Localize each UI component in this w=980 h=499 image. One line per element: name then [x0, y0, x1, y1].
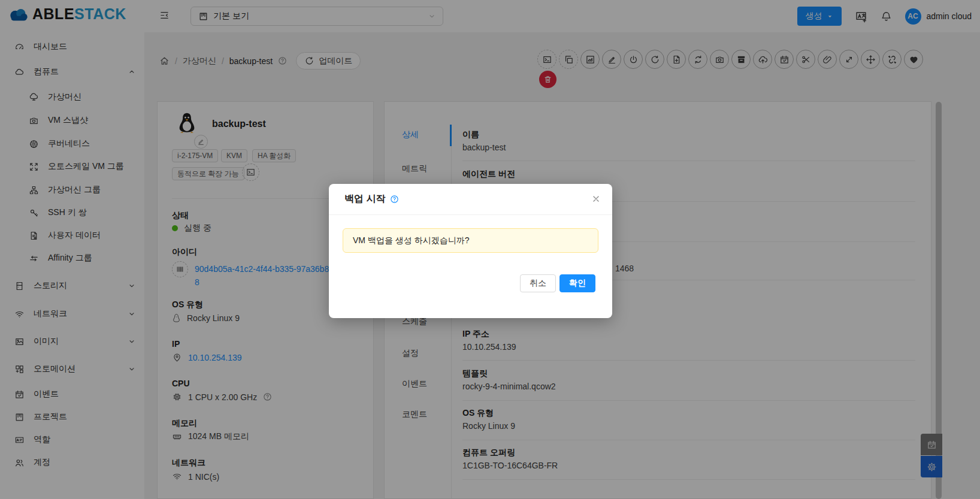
start-backup-modal: 백업 시작 VM 백업을 생성 하시겠습니까? 취소 확인 [329, 184, 612, 318]
close-icon[interactable] [591, 194, 601, 204]
divider [329, 214, 612, 215]
cancel-button[interactable]: 취소 [520, 274, 556, 292]
confirm-message-alert: VM 백업을 생성 하시겠습니까? [343, 228, 598, 253]
ok-button[interactable]: 확인 [559, 274, 595, 292]
help-question-icon[interactable] [390, 195, 399, 204]
modal-title: 백업 시작 [344, 193, 385, 205]
